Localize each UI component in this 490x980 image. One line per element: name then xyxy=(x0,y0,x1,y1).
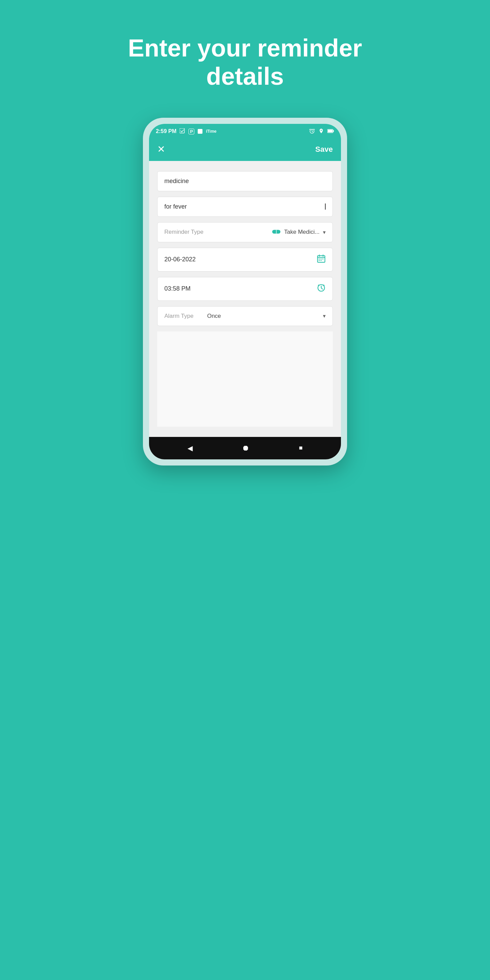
name-field[interactable] xyxy=(157,171,333,191)
reminder-type-field[interactable]: Reminder Type Take Medici... ▾ xyxy=(157,222,333,242)
reminder-type-value: Take Medici... xyxy=(284,229,320,235)
alarm-type-dropdown-icon[interactable]: ▾ xyxy=(323,313,326,319)
checklist-icon xyxy=(180,128,185,135)
time-value: 03:58 PM xyxy=(164,285,317,292)
itime-label: iTime xyxy=(206,129,216,134)
alarm-status-icon xyxy=(309,128,315,135)
pill-icon xyxy=(272,229,281,236)
page-title: Enter your reminder details xyxy=(92,34,398,91)
svg-rect-3 xyxy=(328,130,332,132)
clock-icon[interactable] xyxy=(317,283,326,294)
status-left: 2:59 PM P iTime xyxy=(156,128,216,135)
calendar-icon[interactable] xyxy=(317,254,326,265)
reminder-type-dropdown-icon[interactable]: ▾ xyxy=(323,229,326,235)
date-value: 20-06-2022 xyxy=(164,256,317,263)
name-input[interactable] xyxy=(164,178,326,185)
phone-inner: 2:59 PM P iTime xyxy=(149,124,341,460)
date-field[interactable]: 20-06-2022 xyxy=(157,248,333,272)
square-icon xyxy=(198,129,202,134)
save-button[interactable]: Save xyxy=(315,145,333,154)
reminder-type-label: Reminder Type xyxy=(164,229,204,235)
location-status-icon xyxy=(318,128,324,135)
reminder-type-row: Take Medici... ▾ xyxy=(272,229,326,236)
status-right xyxy=(309,128,334,135)
alarm-type-value: Once xyxy=(197,313,323,320)
phone-frame: 2:59 PM P iTime xyxy=(143,118,347,466)
app-header: ✕ Save xyxy=(149,139,341,161)
svg-rect-0 xyxy=(180,128,185,133)
description-value: for fever xyxy=(164,203,187,210)
alarm-type-field[interactable]: Alarm Type Once ▾ xyxy=(157,306,333,326)
parking-icon: P xyxy=(189,129,194,134)
battery-status-icon xyxy=(327,129,334,134)
text-cursor xyxy=(325,204,326,210)
form-area: for fever Reminder Type Take Medici... ▾ xyxy=(149,161,341,437)
status-time: 2:59 PM xyxy=(156,128,176,134)
nav-bar: ◀ ⏺ ■ xyxy=(149,437,341,460)
nav-recent-button[interactable]: ■ xyxy=(299,444,302,452)
alarm-type-label: Alarm Type xyxy=(164,313,194,320)
svg-rect-10 xyxy=(322,259,323,259)
nav-home-button[interactable]: ⏺ xyxy=(242,444,250,453)
status-bar: 2:59 PM P iTime xyxy=(149,124,341,139)
time-field[interactable]: 03:58 PM xyxy=(157,277,333,301)
form-empty-space xyxy=(157,331,333,427)
nav-back-button[interactable]: ◀ xyxy=(188,444,192,452)
svg-rect-4 xyxy=(333,130,334,132)
svg-rect-11 xyxy=(318,260,320,261)
description-field[interactable]: for fever xyxy=(157,197,333,217)
close-button[interactable]: ✕ xyxy=(157,145,165,154)
svg-rect-12 xyxy=(321,260,321,261)
svg-rect-8 xyxy=(318,259,320,259)
svg-rect-9 xyxy=(321,259,321,259)
